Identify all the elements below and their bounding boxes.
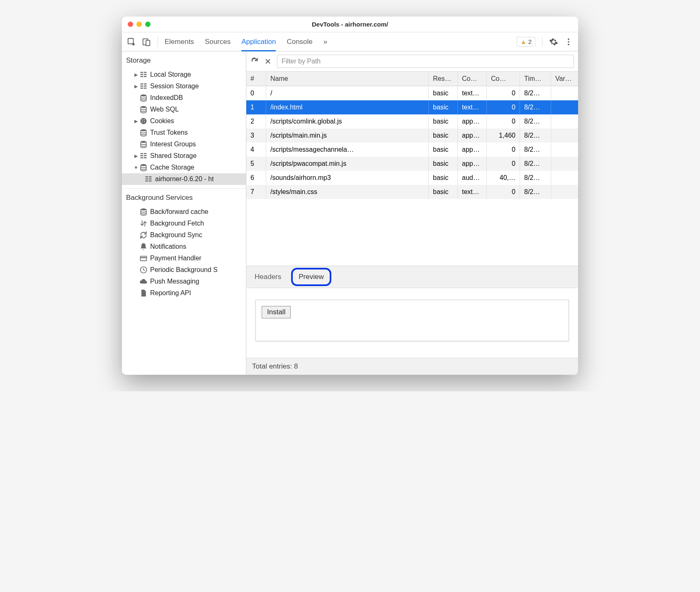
svg-rect-11 <box>144 76 147 77</box>
sidebar-item-notifications[interactable]: Notifications <box>122 241 246 252</box>
cell-cl: 0 <box>487 185 520 199</box>
settings-icon[interactable] <box>549 37 558 46</box>
file-icon <box>139 289 148 297</box>
column-header[interactable]: # <box>246 72 266 86</box>
tree-item-label: Payment Handler <box>150 255 202 262</box>
sidebar-item-background-sync[interactable]: Background Sync <box>122 229 246 241</box>
warnings-badge[interactable]: ▲ 2 <box>517 37 535 46</box>
table-row[interactable]: 1/index.htmlbasictext…08/2… <box>246 100 578 114</box>
tree-item-label: Interest Groups <box>150 141 196 148</box>
sidebar-item-cookies[interactable]: ▶Cookies <box>122 115 246 127</box>
column-header[interactable]: Co… <box>458 72 487 86</box>
table-row[interactable]: 5/scripts/pwacompat.min.jsbasicapp…08/2… <box>246 157 578 171</box>
database-icon <box>139 163 148 172</box>
database-icon <box>139 129 148 137</box>
panel-tabs: Elements Sources Application Console » <box>165 33 511 51</box>
sidebar-item-periodic-background-s[interactable]: Periodic Background S <box>122 264 246 276</box>
preview-card: Install <box>255 300 569 341</box>
window-title: DevTools - airhorner.com/ <box>312 21 388 28</box>
tree-item-label: Back/forward cache <box>150 208 209 216</box>
sidebar-item-local-storage[interactable]: ▶Local Storage <box>122 69 246 80</box>
column-header[interactable]: Var… <box>551 72 578 86</box>
tab-application[interactable]: Application <box>241 33 276 51</box>
cache-entries-table: #NameRes…Co…Co…Tim…Var… 0/basictext…08/2… <box>246 72 578 199</box>
cell-i: 5 <box>246 157 266 171</box>
cell-i: 2 <box>246 114 266 129</box>
filter-input[interactable] <box>277 55 574 68</box>
sidebar-item-background-fetch[interactable]: Background Fetch <box>122 218 246 229</box>
table-row[interactable]: 3/scripts/main.min.jsbasicapp…1,4608/2… <box>246 129 578 143</box>
tree-item-label: IndexedDB <box>150 94 183 102</box>
svg-rect-0 <box>128 38 134 44</box>
cell-v <box>551 100 578 114</box>
sidebar-item-web-sql[interactable]: Web SQL <box>122 104 246 115</box>
table-row[interactable]: 2/scripts/comlink.global.jsbasicapp…08/2… <box>246 114 578 129</box>
detail-tab-headers[interactable]: Headers <box>252 268 284 286</box>
cell-res: basic <box>429 114 458 129</box>
column-header[interactable]: Tim… <box>520 72 551 86</box>
column-header[interactable]: Res… <box>429 72 458 86</box>
svg-rect-16 <box>141 87 143 89</box>
close-window-button[interactable] <box>128 22 133 27</box>
tab-more[interactable]: » <box>323 33 327 51</box>
cell-t: 8/2… <box>520 129 551 143</box>
cell-i: 6 <box>246 171 266 185</box>
table-row[interactable]: 6/sounds/airhorn.mp3basicaud…40,…8/2… <box>246 171 578 185</box>
svg-rect-27 <box>141 153 143 154</box>
cell-i: 0 <box>246 86 266 100</box>
install-button[interactable]: Install <box>262 306 291 318</box>
cell-v <box>551 114 578 129</box>
tree-item-label: Push Messaging <box>150 278 199 285</box>
detail-tab-preview[interactable]: Preview <box>291 268 331 286</box>
tab-sources[interactable]: Sources <box>205 33 231 51</box>
svg-rect-12 <box>141 83 143 85</box>
svg-point-26 <box>141 141 146 143</box>
sidebar-item-indexeddb[interactable]: IndexedDB <box>122 92 246 104</box>
sidebar-item-trust-tokens[interactable]: Trust Tokens <box>122 127 246 138</box>
refresh-icon[interactable] <box>250 57 259 66</box>
column-header[interactable]: Co… <box>487 72 520 86</box>
svg-rect-15 <box>144 85 147 87</box>
cell-res: basic <box>429 185 458 199</box>
inspect-element-icon[interactable] <box>127 37 136 46</box>
svg-rect-34 <box>146 176 148 177</box>
cell-ct: app… <box>458 129 487 143</box>
svg-point-18 <box>141 95 146 97</box>
cache-item[interactable]: airhorner-0.6.20 - ht <box>122 173 246 185</box>
disclosure-triangle-icon: ▶ <box>134 153 139 159</box>
database-icon <box>139 140 148 148</box>
titlebar: DevTools - airhorner.com/ <box>122 17 578 32</box>
sidebar-item-shared-storage[interactable]: ▶Shared Storage <box>122 150 246 162</box>
cell-name: /index.html <box>266 100 429 114</box>
cell-res: basic <box>429 86 458 100</box>
zoom-window-button[interactable] <box>145 22 151 27</box>
device-toggle-icon[interactable] <box>142 37 151 46</box>
svg-point-19 <box>141 106 146 108</box>
cell-res: basic <box>429 129 458 143</box>
sidebar-item-cache-storage[interactable]: ▼Cache Storage <box>122 162 246 173</box>
sidebar-item-interest-groups[interactable]: Interest Groups <box>122 138 246 150</box>
cell-name: /scripts/messagechannela… <box>266 143 429 157</box>
svg-rect-38 <box>146 180 148 182</box>
column-header[interactable]: Name <box>266 72 429 86</box>
table-row[interactable]: 0/basictext…08/2… <box>246 86 578 100</box>
tab-console[interactable]: Console <box>287 33 312 51</box>
tab-elements[interactable]: Elements <box>165 33 194 51</box>
table-row[interactable]: 4/scripts/messagechannela…basicapp…08/2… <box>246 143 578 157</box>
database-icon <box>139 94 148 102</box>
sidebar-item-payment-handler[interactable]: Payment Handler <box>122 252 246 264</box>
svg-rect-8 <box>141 74 143 75</box>
cell-ct: text… <box>458 185 487 199</box>
minimize-window-button[interactable] <box>136 22 142 27</box>
cell-name: / <box>266 86 429 100</box>
table-row[interactable]: 7/styles/main.cssbasictext…08/2… <box>246 185 578 199</box>
svg-rect-41 <box>141 256 147 261</box>
toolbar-separator <box>158 37 158 47</box>
clear-icon[interactable] <box>264 57 272 66</box>
sidebar-item-push-messaging[interactable]: Push Messaging <box>122 276 246 287</box>
kebab-menu-icon[interactable] <box>564 37 573 46</box>
sidebar-item-session-storage[interactable]: ▶Session Storage <box>122 80 246 92</box>
sidebar-item-back-forward-cache[interactable]: Back/forward cache <box>122 206 246 218</box>
sidebar-item-reporting-api[interactable]: Reporting API <box>122 287 246 299</box>
bell-icon <box>139 243 148 251</box>
